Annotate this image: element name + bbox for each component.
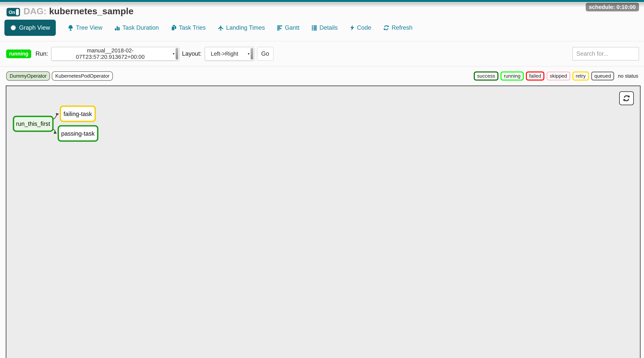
chevron-down-icon: ▾ [173, 52, 174, 56]
tab-label: Gantt [285, 24, 300, 31]
status-badge-running: running [500, 72, 524, 81]
tab-label: Details [320, 24, 338, 31]
task-node-passing-task[interactable]: passing-task [58, 126, 98, 141]
dag-graph: run_this_first failing-task passing-task [6, 86, 141, 167]
tab-tree-view[interactable]: Tree View [68, 24, 102, 31]
layout-select[interactable]: Left->Right ▾ [205, 47, 254, 61]
chevron-down-icon: ▾ [248, 52, 250, 56]
status-badge-retry: retry [572, 72, 589, 81]
run-controls: running Run: manual__2018-02-07T23:57:20… [6, 47, 639, 61]
plane-icon [218, 25, 224, 31]
layout-label: Layout: [182, 50, 202, 57]
tab-label: Code [357, 24, 371, 31]
operator-badge-kubernetespodoperator: KubernetesPodOperator [52, 71, 113, 81]
tab-label: Tree View [76, 24, 102, 31]
refresh-icon [383, 25, 389, 31]
graph-refresh-button[interactable] [619, 91, 634, 105]
toggle-knob [16, 9, 19, 16]
divider [0, 41, 644, 41]
tab-graph-view[interactable]: Graph View [4, 20, 56, 36]
dag-prefix: DAG: [24, 6, 46, 16]
tab-details[interactable]: Details [312, 24, 338, 31]
status-badge-skipped: skipped [546, 72, 570, 81]
top-teal-bar [0, 0, 644, 2]
svg-text:run_this_first: run_this_first [16, 120, 50, 127]
status-badge-queued: queued [591, 72, 614, 81]
run-select-value: manual__2018-02-07T23:57:20.913672+00:00 [52, 47, 173, 60]
align-left-icon [277, 25, 282, 31]
list-icon [312, 25, 317, 31]
refresh-icon [623, 94, 630, 102]
legend: DummyOperator KubernetesPodOperator succ… [6, 71, 638, 81]
edge-run-this-first-to-passing-task [53, 129, 56, 133]
tab-landing-times[interactable]: Landing Times [218, 24, 265, 31]
go-button[interactable]: Go [257, 47, 274, 61]
task-node-failing-task[interactable]: failing-task [60, 106, 95, 121]
edge-run-this-first-to-failing-task [53, 114, 59, 119]
header-shadow [0, 2, 644, 7]
select-scroll-bar [251, 48, 253, 60]
run-label: Run: [36, 50, 48, 57]
tab-label: Task Duration [122, 24, 159, 31]
tab-task-duration[interactable]: Task Duration [114, 24, 159, 31]
status-badge-no-status: no status [618, 73, 638, 79]
tab-code[interactable]: Code [350, 24, 371, 31]
tab-label: Landing Times [226, 24, 265, 31]
status-badge-success: success [474, 72, 498, 81]
tab-label: Refresh [392, 24, 412, 31]
bar-chart-icon [114, 25, 120, 31]
tab-gantt[interactable]: Gantt [277, 24, 300, 31]
select-scroll-bar [176, 48, 178, 60]
status-badge-failed: failed [526, 72, 544, 81]
copy-pages-icon [171, 25, 176, 31]
certificate-icon [10, 25, 16, 31]
tree-icon [68, 25, 74, 31]
dag-name: kubernetes_sample [49, 6, 134, 16]
search-input[interactable] [572, 47, 639, 61]
graph-canvas[interactable]: run_this_first failing-task passing-task [6, 86, 640, 358]
dag-on-off-toggle[interactable]: On [6, 8, 20, 16]
run-select[interactable]: manual__2018-02-07T23:57:20.913672+00:00… [51, 47, 179, 61]
toggle-on-label: On [9, 10, 15, 15]
tab-task-tries[interactable]: Task Tries [171, 24, 206, 31]
tab-refresh[interactable]: Refresh [383, 24, 412, 31]
tab-label: Graph View [19, 24, 50, 31]
divider [0, 66, 644, 67]
svg-text:failing-task: failing-task [64, 111, 92, 117]
task-node-run-this-first[interactable]: run_this_first [14, 116, 53, 131]
bolt-icon [350, 25, 355, 31]
layout-select-value: Left->Right [205, 51, 248, 57]
status-legend: success running failed skipped retry que… [474, 72, 638, 81]
svg-text:passing-task: passing-task [61, 130, 95, 137]
view-nav: Graph View Tree View Task Duration Task … [4, 20, 412, 36]
page-title: DAG: kubernetes_sample [24, 6, 134, 16]
tab-label: Task Tries [179, 24, 206, 31]
operator-badge-dummyoperator: DummyOperator [6, 71, 50, 81]
dag-run-state-badge: running [6, 50, 31, 58]
